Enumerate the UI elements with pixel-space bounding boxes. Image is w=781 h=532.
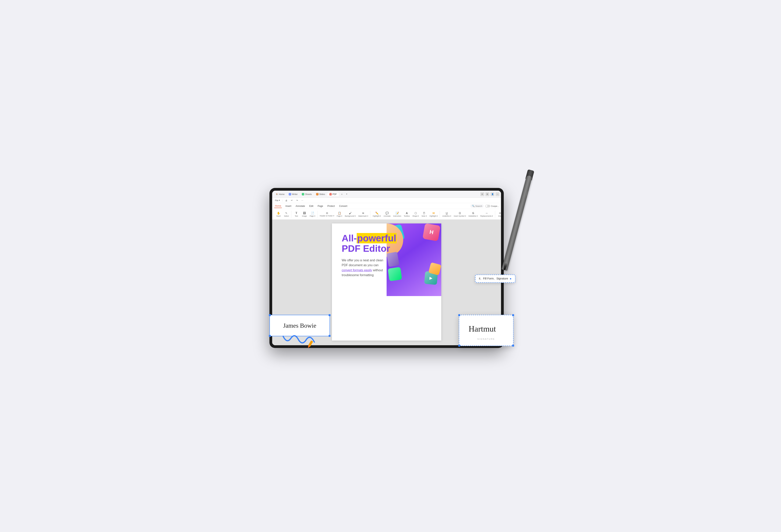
menu-convert[interactable]: Convert bbox=[338, 204, 348, 208]
tab-sheets[interactable]: S Sheets bbox=[300, 192, 314, 196]
menu-page[interactable]: Page bbox=[317, 204, 324, 208]
user-avatar[interactable]: 👤 bbox=[490, 192, 494, 196]
tool-draw-label: Draw bbox=[498, 215, 501, 217]
sig-corner-tr bbox=[512, 314, 514, 316]
tool-text-label: Text bbox=[295, 215, 298, 217]
watermark-icon: ≋ bbox=[362, 212, 364, 215]
tool-annotate-label: Annotate bbox=[383, 215, 390, 217]
underline-icon: U bbox=[446, 212, 448, 215]
highlight-icon: ✏️ bbox=[375, 212, 379, 215]
corner-tl bbox=[269, 314, 271, 316]
replacements-icon: ↔ bbox=[485, 212, 488, 215]
menu-edit[interactable]: Edit bbox=[309, 204, 314, 208]
print-button[interactable]: 🖨 bbox=[284, 199, 289, 202]
tool-page[interactable]: 📄 Page ▾ bbox=[309, 211, 317, 218]
toggle-track bbox=[485, 205, 490, 208]
tool-page-layout[interactable]: 📋 Page ▾ bbox=[336, 211, 344, 218]
icon-toolbar: ✋ Hand ↖ Select T Text 🖼 bbox=[272, 209, 501, 220]
sig-corner-bl bbox=[458, 345, 460, 347]
text-icon: T bbox=[295, 212, 297, 215]
corner-br bbox=[329, 335, 331, 337]
tab-writer[interactable]: W Writer bbox=[287, 192, 299, 196]
document-page: H W bbox=[332, 223, 441, 341]
tool-highlight2-label: Highlight ▾ bbox=[429, 215, 438, 217]
search-label: Search bbox=[476, 205, 482, 207]
tool-deleteline[interactable]: S Deleteline ▾ bbox=[467, 211, 479, 218]
tool-annotate[interactable]: 💬 Annotate bbox=[382, 211, 392, 218]
tab-dropdown-button[interactable]: ▾ bbox=[345, 193, 348, 195]
tool-text[interactable]: T Text bbox=[292, 211, 300, 218]
undo-button[interactable]: ↩ bbox=[290, 199, 294, 202]
tool-group-insert: T Text 🖼 Image 📄 Page ▾ bbox=[292, 211, 318, 218]
toolbar-separator: | bbox=[282, 199, 283, 202]
tab-home[interactable]: 🏠 Home bbox=[274, 192, 286, 196]
draw-icon: ✏ bbox=[499, 212, 501, 215]
title-pdf-editor: PDF Editor bbox=[342, 243, 390, 254]
tool-underline-label: Underline ▾ bbox=[442, 215, 451, 217]
header-footer-icon: ⊟ bbox=[326, 212, 328, 215]
menu-insert[interactable]: Insert bbox=[285, 204, 292, 208]
annotate-icon: 💬 bbox=[385, 212, 389, 215]
insert-symbol-icon: Ω bbox=[459, 212, 461, 215]
tool-replacements-label: Replacements ▾ bbox=[480, 215, 493, 217]
toggle-thumb bbox=[486, 205, 488, 207]
writer-icon: W bbox=[289, 193, 291, 195]
select-icon: ↖ bbox=[285, 212, 288, 215]
menu-protect[interactable]: Protect bbox=[327, 204, 336, 208]
menu-annotate[interactable]: Annotate bbox=[295, 204, 306, 208]
menu-home[interactable]: Home bbox=[274, 204, 282, 208]
tool-textbox[interactable]: A Textbox bbox=[403, 211, 411, 218]
file-menu-button[interactable]: File ▾ bbox=[274, 199, 281, 202]
pdf-icon: PDF bbox=[329, 193, 332, 195]
scene: 🏠 Home W Writer S Sheets P Slides PDF bbox=[263, 180, 518, 352]
tool-instruction[interactable]: 📝 Instruction bbox=[392, 211, 402, 218]
more-button[interactable]: ··· bbox=[300, 199, 304, 202]
search-box[interactable]: 🔍 Search bbox=[470, 204, 484, 208]
file-chevron-icon: ▾ bbox=[279, 199, 280, 202]
tool-group-format: U Underline ▾ Ω Insert Symbol ▾ S Delete… bbox=[440, 211, 495, 218]
tool-select[interactable]: ↖ Select bbox=[283, 211, 290, 218]
tool-background[interactable]: 🖌 Background ▾ bbox=[344, 211, 357, 218]
tool-hand-label: Hand bbox=[276, 215, 281, 217]
minimize-button[interactable]: — bbox=[496, 192, 499, 196]
tool-group-layout: ⊟ Header & Footer ▾ 📋 Page ▾ 🖌 Backgroun… bbox=[318, 211, 370, 218]
tab-layout-button[interactable]: ⊟ bbox=[480, 192, 484, 196]
tab-pdf[interactable]: PDF PDF bbox=[327, 192, 339, 196]
tab-pdf-label: PDF bbox=[332, 193, 337, 195]
tool-insert-symbol[interactable]: Ω Insert Symbol ▾ bbox=[453, 211, 467, 218]
corner-tr bbox=[329, 314, 331, 316]
menu-bar: Home Insert Annotate Edit Page Protect bbox=[272, 203, 501, 209]
background-icon: 🖌 bbox=[349, 212, 352, 215]
tool-replacements[interactable]: ↔ Replacements ▾ bbox=[479, 211, 494, 218]
sig-corners bbox=[459, 315, 513, 346]
tool-note[interactable]: 🗒 Note ▾ bbox=[420, 211, 428, 218]
tool-background-label: Background ▾ bbox=[345, 215, 356, 217]
tab-slides-label: Slides bbox=[319, 193, 325, 195]
redo-button[interactable]: ↪ bbox=[295, 199, 299, 202]
tool-image[interactable]: 🖼 Image bbox=[300, 211, 308, 218]
instruction-icon: 📝 bbox=[396, 212, 399, 215]
tool-hand[interactable]: ✋ Hand bbox=[275, 211, 282, 218]
tab-slides[interactable]: P Slides bbox=[314, 192, 327, 196]
tool-draw[interactable]: ✏ Draw bbox=[496, 211, 501, 218]
tool-header-footer[interactable]: ⊟ Header & Footer ▾ bbox=[319, 211, 335, 218]
page-layout-icon: 📋 bbox=[338, 212, 341, 215]
tool-watermark[interactable]: ≋ Watermark ▾ bbox=[357, 211, 369, 218]
underline-text: convert formats easily bbox=[342, 269, 372, 272]
page-title: All-powerful PDF Editor bbox=[342, 233, 431, 254]
toolbar-row1: File ▾ | 🖨 ↩ ↪ ··· bbox=[272, 198, 501, 203]
stylus-tip bbox=[503, 262, 508, 270]
tool-highlight[interactable]: ✏️ Highlight ▾ bbox=[372, 211, 382, 218]
title-powerful: powerful bbox=[357, 233, 397, 243]
deleteline-icon: S bbox=[472, 212, 474, 215]
stylus-body: Lenovo bbox=[502, 175, 532, 271]
tool-shape[interactable]: ⬡ Shape ▾ bbox=[411, 211, 420, 218]
coop-toggle[interactable]: Coope... bbox=[485, 205, 499, 208]
tool-highlight2[interactable]: H Highlight ▾ bbox=[428, 211, 439, 218]
slides-icon: P bbox=[316, 193, 319, 195]
tool-page-label: Page ▾ bbox=[310, 215, 315, 217]
search-icon: 🔍 bbox=[472, 205, 475, 207]
tab-grid-button[interactable]: ⊞ bbox=[485, 192, 489, 196]
tool-underline[interactable]: U Underline ▾ bbox=[441, 211, 452, 218]
add-tab-button[interactable]: + bbox=[340, 193, 344, 196]
